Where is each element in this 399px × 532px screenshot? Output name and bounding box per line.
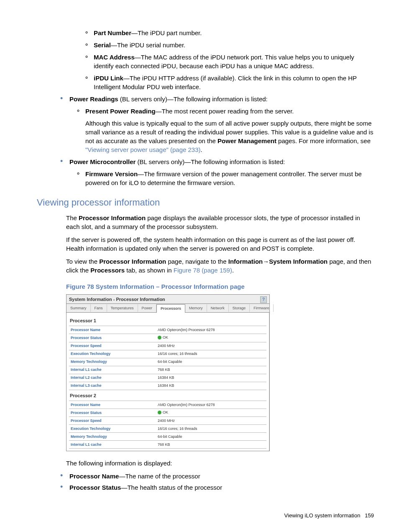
- row-value: 2400 MHz: [156, 417, 266, 425]
- tabs: Summary Fans Temperatures Power Processo…: [66, 304, 269, 313]
- term: Serial: [94, 41, 111, 49]
- table-row: Internal L2 cache16384 KB: [69, 374, 266, 382]
- para-mid: pages. For more information, see: [276, 137, 371, 144]
- table-row: Memory Technology64-bit Capable: [69, 358, 266, 366]
- bullet-processor-status: Processor Status—The health status of th…: [69, 483, 374, 492]
- tab-network[interactable]: Network: [207, 304, 229, 312]
- tab-power[interactable]: Power: [138, 304, 157, 312]
- table-row: Execution Technology16/16 cores; 16 thre…: [69, 425, 266, 433]
- row-value: 16/16 cores; 16 threads: [156, 350, 266, 358]
- row-label: Internal L1 cache: [69, 366, 156, 374]
- para-end: .: [201, 146, 202, 153]
- row-label: Processor Speed: [69, 342, 156, 350]
- link-power-usage[interactable]: "Viewing server power usage" (page 233): [85, 146, 201, 153]
- table-row: Processor StatusOK: [69, 409, 266, 416]
- term: iPDU Link: [94, 75, 123, 82]
- bullet-firmware-version: Firmware Version—The firmware version of…: [85, 170, 374, 187]
- table-row: Internal L1 cache768 KB: [69, 366, 266, 374]
- shot-title: System Information - Processor Informati…: [69, 296, 165, 303]
- row-value: 16/16 cores; 16 threads: [156, 425, 266, 433]
- row-value: 64-bit Capable: [156, 358, 266, 366]
- desc: —The most recent power reading from the …: [156, 108, 294, 115]
- status-ok-icon: OK: [158, 410, 168, 415]
- footer-page: 159: [365, 512, 374, 519]
- desc: (BL servers only)—The following informat…: [136, 158, 285, 165]
- table-row: Execution Technology16/16 cores; 16 thre…: [69, 350, 266, 358]
- processor-table: Processor NameAMD Opteron(tm) Processor …: [69, 401, 266, 451]
- processor-table: Processor NameAMD Opteron(tm) Processor …: [69, 326, 266, 390]
- table-row: Internal L2 cache16384 KB: [69, 449, 266, 451]
- tab-fans[interactable]: Fans: [91, 304, 107, 312]
- paragraph-2: If the server is powered off, the system…: [66, 235, 374, 253]
- processor-heading: Processor 2: [69, 390, 266, 401]
- row-value: 2400 MHz: [156, 342, 266, 350]
- tab-temperatures[interactable]: Temperatures: [107, 304, 138, 312]
- desc: (BL servers only)—The following informat…: [118, 95, 268, 103]
- desc: —The name of the processor: [119, 473, 200, 480]
- term: Power Readings: [69, 95, 118, 103]
- term: Processor Name: [69, 473, 119, 480]
- link-figure-78[interactable]: Figure 78 (page 159): [174, 267, 232, 274]
- tab-processors[interactable]: Processors: [156, 304, 185, 313]
- row-label: Execution Technology: [69, 425, 156, 433]
- bullet-power-microcontroller: Power Microcontroller (BL servers only)—…: [69, 157, 374, 187]
- bullet-present-power-reading: Present Power Reading—The most recent po…: [85, 107, 374, 154]
- section-heading: Viewing processor information: [37, 196, 374, 209]
- table-row: Processor Speed2400 MHz: [69, 342, 266, 350]
- row-value: OK: [156, 334, 266, 342]
- table-row: Processor StatusOK: [69, 334, 266, 342]
- row-value: AMD Opteron(tm) Processor 6278: [156, 401, 266, 409]
- bullet-mac-address: MAC Address—The MAC address of the iPDU …: [94, 53, 374, 70]
- row-label: Memory Technology: [69, 433, 156, 441]
- bullet-part-number: Part Number—The iPDU part number.: [94, 28, 374, 37]
- desc: —The iPDU part number.: [131, 29, 202, 36]
- row-label: Processor Status: [69, 409, 156, 416]
- row-label: Memory Technology: [69, 358, 156, 366]
- term: Present Power Reading: [85, 108, 156, 115]
- table-row: Internal L3 cache16384 KB: [69, 382, 266, 390]
- desc: —The health status of the processor: [121, 484, 222, 491]
- row-value: 16384 KB: [156, 374, 266, 382]
- row-value: AMD Opteron(tm) Processor 6278: [156, 326, 266, 334]
- page-footer: Viewing iLO system information 159: [284, 512, 374, 519]
- table-row: Processor Speed2400 MHz: [69, 417, 266, 425]
- desc: —The iPDU HTTP address (if available). C…: [94, 75, 357, 90]
- scrollbar[interactable]: ▴ ▾: [269, 313, 269, 451]
- row-label: Internal L2 cache: [69, 374, 156, 382]
- footer-text: Viewing iLO system information: [284, 512, 361, 519]
- row-label: Processor Speed: [69, 417, 156, 425]
- term: Power Microcontroller: [69, 158, 136, 165]
- bullet-power-readings: Power Readings (BL servers only)—The fol…: [69, 95, 374, 154]
- term: MAC Address: [94, 54, 135, 61]
- desc: —The iPDU serial number.: [111, 41, 185, 49]
- row-label: Internal L3 cache: [69, 382, 156, 390]
- row-value: OK: [156, 409, 266, 416]
- bullet-serial: Serial—The iPDU serial number.: [94, 41, 374, 49]
- table-row: Processor NameAMD Opteron(tm) Processor …: [69, 401, 266, 409]
- post-paragraph: The following information is displayed:: [66, 459, 374, 468]
- tab-summary[interactable]: Summary: [66, 304, 91, 312]
- table-row: Memory Technology64-bit Capable: [69, 433, 266, 441]
- paragraph-3: To view the Processor Information page, …: [66, 257, 374, 275]
- row-value: 64-bit Capable: [156, 433, 266, 441]
- tab-storage[interactable]: Storage: [229, 304, 250, 312]
- term: Part Number: [94, 29, 131, 36]
- row-value: 16384 KB: [156, 449, 266, 451]
- figure-caption: Figure 78 System Information – Processor…: [66, 282, 374, 291]
- tab-memory[interactable]: Memory: [185, 304, 207, 312]
- term: Processor Status: [69, 484, 121, 491]
- processor-heading: Processor 1: [69, 315, 266, 326]
- status-ok-icon: OK: [158, 335, 168, 340]
- bullet-ipdu-link: iPDU Link—The iPDU HTTP address (if avai…: [94, 74, 374, 91]
- table-row: Processor NameAMD Opteron(tm) Processor …: [69, 326, 266, 334]
- row-label: Internal L2 cache: [69, 449, 156, 451]
- row-label: Execution Technology: [69, 350, 156, 358]
- row-label: Processor Status: [69, 334, 156, 342]
- row-value: 768 KB: [156, 441, 266, 449]
- bullet-processor-name: Processor Name—The name of the processor: [69, 472, 374, 481]
- tab-firmware[interactable]: Firmware: [250, 304, 274, 312]
- help-icon[interactable]: ?: [260, 296, 267, 303]
- table-row: Internal L1 cache768 KB: [69, 441, 266, 449]
- paragraph-1: The Processor Information page displays …: [66, 213, 374, 231]
- row-value: 768 KB: [156, 366, 266, 374]
